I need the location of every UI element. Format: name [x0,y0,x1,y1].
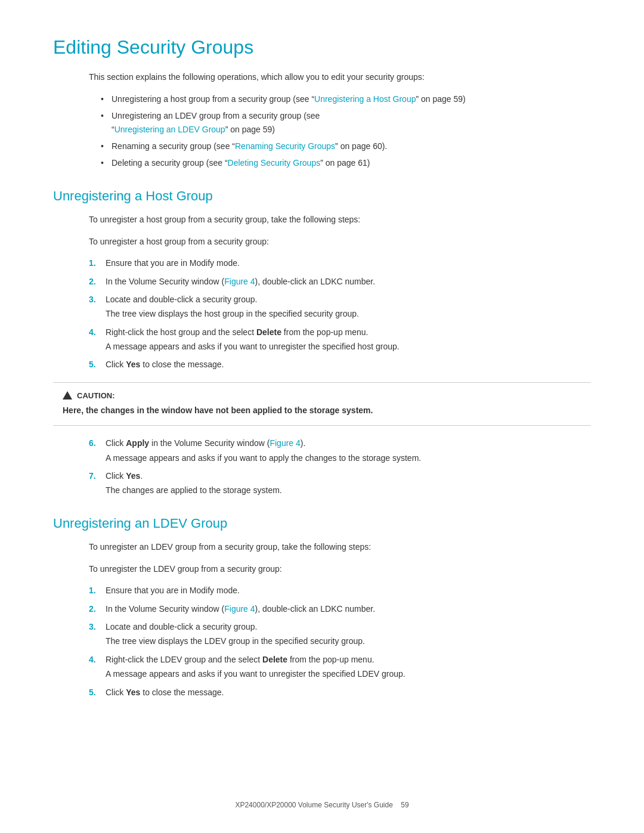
host-group-section: Unregistering a Host Group To unregister… [53,188,591,497]
host-group-intro2: To unregister a host group from a securi… [89,235,591,248]
link-renaming-security-groups[interactable]: Renaming Security Groups [235,141,335,151]
link-unregistering-host-group[interactable]: Unregistering a Host Group [314,94,416,104]
link-figure4-step6[interactable]: Figure 4 [270,438,300,448]
link-figure4-ldev-step2[interactable]: Figure 4 [224,604,255,614]
caution-box: CAUTION: Here, the changes in the window… [53,382,591,426]
link-unregistering-ldev-group[interactable]: Unregistering an LDEV Group [114,125,225,134]
ldev-step-2: In the Volume Security window (Figure 4)… [89,602,591,615]
ldev-group-title: Unregistering an LDEV Group [53,515,591,532]
step-3: Locate and double-click a security group… [89,293,591,321]
footer-page: 59 [401,801,408,809]
step-5: Click Yes to close the message. [89,358,591,371]
caution-header: CAUTION: [63,391,581,400]
caution-text: Here, the changes in the window have not… [63,404,581,417]
step-4: Right-click the host group and the selec… [89,326,591,354]
ldev-group-intro2: To unregister the LDEV group from a secu… [89,562,591,575]
intro-paragraph: This section explains the following oper… [89,70,591,83]
ldev-step-3: Locate and double-click a security group… [89,620,591,648]
step-2: In the Volume Security window (Figure 4)… [89,275,591,288]
page-title: Editing Security Groups [53,36,591,58]
ldev-group-steps: Ensure that you are in Modify mode. In t… [89,584,591,699]
list-item: Deleting a security group (see “Deleting… [101,156,591,169]
ldev-group-section: Unregistering an LDEV Group To unregiste… [53,515,591,699]
step-1: Ensure that you are in Modify mode. [89,256,591,270]
list-item: Unregistering an LDEV group from a secur… [101,109,591,136]
step-6: Click Apply in the Volume Security windo… [89,436,591,465]
caution-triangle-icon [63,391,72,400]
host-group-steps-continued: Click Apply in the Volume Security windo… [89,436,591,497]
link-deleting-security-groups[interactable]: Deleting Security Groups [228,158,321,168]
ldev-step-1: Ensure that you are in Modify mode. [89,584,591,597]
host-group-steps: Ensure that you are in Modify mode. In t… [89,256,591,371]
host-group-title: Unregistering a Host Group [53,188,591,205]
link-figure4-step2[interactable]: Figure 4 [224,277,255,286]
ldev-group-intro1: To unregister an LDEV group from a secur… [89,540,591,553]
list-item: Renaming a security group (see “Renaming… [101,140,591,153]
footer-text: XP24000/XP20000 Volume Security User's G… [235,801,392,809]
page-footer: XP24000/XP20000 Volume Security User's G… [0,801,644,809]
list-item: Unregistering a host group from a securi… [101,92,591,106]
ldev-step-4: Right-click the LDEV group and the selec… [89,653,591,681]
host-group-intro1: To unregister a host group from a securi… [89,213,591,226]
ldev-step-5: Click Yes to close the message. [89,686,591,699]
caution-label: CAUTION: [77,391,115,400]
step-7: Click Yes. The changes are applied to th… [89,469,591,497]
bullet-list: Unregistering a host group from a securi… [101,92,591,170]
